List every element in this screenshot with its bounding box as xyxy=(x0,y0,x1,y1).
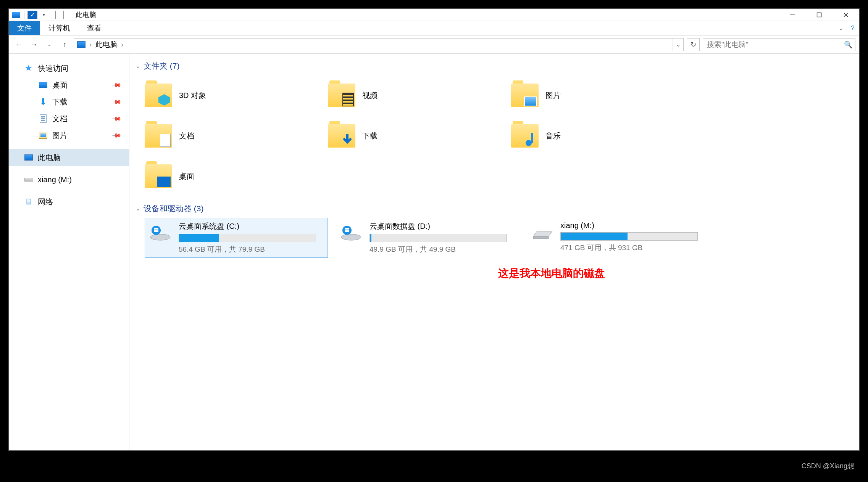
sidebar-mapped-drive[interactable]: xiang (M:) xyxy=(9,171,129,188)
folder-label: 视频 xyxy=(362,90,378,101)
drive-icon xyxy=(530,221,554,241)
section-title: 设备和驱动器 (3) xyxy=(144,203,204,214)
desktop-icon xyxy=(39,81,48,89)
tab-file[interactable]: 文件 xyxy=(9,21,40,35)
folder-icon xyxy=(145,164,172,188)
window-title: 此电脑 xyxy=(74,10,96,19)
ribbon-expand-icon[interactable]: ⌄ xyxy=(836,21,846,35)
folder-label: 音乐 xyxy=(545,131,561,141)
drive-c[interactable]: 云桌面系统盘 (C:) 56.4 GB 可用，共 79.9 GB xyxy=(145,218,328,258)
address-dropdown-icon[interactable]: ⌄ xyxy=(673,39,683,51)
drive-stats: 56.4 GB 可用，共 79.9 GB xyxy=(179,244,324,254)
nav-forward-button[interactable]: → xyxy=(28,39,40,51)
section-title: 文件夹 (7) xyxy=(144,61,180,71)
pin-icon: 📌 xyxy=(111,113,122,124)
minimize-button[interactable] xyxy=(779,9,806,21)
drives-section-header[interactable]: ⌄ 设备和驱动器 (3) xyxy=(136,203,853,214)
breadcrumb-root[interactable]: 此电脑 xyxy=(92,40,120,50)
qat-item[interactable] xyxy=(11,11,21,19)
svg-rect-10 xyxy=(154,230,158,232)
folder-3d-objects[interactable]: 3D 对象 xyxy=(145,75,328,116)
nav-recent-dropdown[interactable]: ⌄ xyxy=(43,39,55,51)
svg-point-5 xyxy=(526,140,532,146)
download-icon: ⬇ xyxy=(39,98,48,106)
drive-name: 云桌面系统盘 (C:) xyxy=(179,221,324,231)
svg-rect-13 xyxy=(345,228,349,230)
star-icon: ★ xyxy=(24,64,33,72)
sidebar-label: 文档 xyxy=(52,114,68,124)
folder-music[interactable]: 音乐 xyxy=(511,116,694,156)
sidebar-network[interactable]: 🖥 网络 xyxy=(9,193,129,210)
nav-back-button[interactable]: ← xyxy=(13,39,25,51)
capacity-bar xyxy=(179,234,316,242)
picture-icon xyxy=(39,131,48,140)
svg-rect-1 xyxy=(817,13,821,17)
pin-icon: 📌 xyxy=(111,80,122,90)
folder-documents[interactable]: 文档 xyxy=(145,116,328,156)
tab-view[interactable]: 查看 xyxy=(79,21,110,35)
chevron-down-icon: ⌄ xyxy=(136,63,140,69)
quick-access-toolbar: ✓ ▾ xyxy=(9,11,74,19)
content-pane: ⌄ 文件夹 (7) 3D 对象 视频 图片 xyxy=(129,54,859,450)
search-icon[interactable]: 🔍 xyxy=(841,40,855,49)
sidebar-label: 下载 xyxy=(52,97,68,107)
ribbon-tabs: 文件 计算机 查看 ⌄ ? xyxy=(9,21,859,35)
folder-icon xyxy=(145,124,172,148)
breadcrumb-sep-icon: › xyxy=(89,40,92,49)
svg-point-11 xyxy=(341,234,361,240)
navigation-row: ← → ⌄ ↑ › 此电脑 › ⌄ ↻ 🔍 xyxy=(9,35,859,54)
folder-downloads[interactable]: 下载 xyxy=(328,116,511,156)
drive-d[interactable]: 云桌面数据盘 (D:) 49.9 GB 可用，共 49.9 GB xyxy=(336,218,519,258)
sidebar-label: 快速访问 xyxy=(38,63,68,74)
folders-grid: 3D 对象 视频 图片 文档 xyxy=(145,75,853,196)
folder-label: 3D 对象 xyxy=(179,90,206,101)
annotation-text: 这是我本地电脑的磁盘 xyxy=(498,266,853,281)
folder-label: 桌面 xyxy=(179,171,194,182)
sidebar-item-downloads[interactable]: ⬇ 下载 📌 xyxy=(9,93,129,110)
drive-stats: 471 GB 可用，共 931 GB xyxy=(560,243,706,253)
svg-rect-14 xyxy=(345,230,349,232)
drive-icon xyxy=(339,221,363,241)
help-button[interactable]: ? xyxy=(846,21,859,35)
folder-label: 图片 xyxy=(545,90,561,101)
sidebar-label: 图片 xyxy=(52,130,68,141)
folder-videos[interactable]: 视频 xyxy=(328,75,511,116)
sidebar-quick-access[interactable]: ★ 快速访问 xyxy=(9,60,129,77)
svg-marker-4 xyxy=(158,94,170,106)
sidebar-item-documents[interactable]: 文档 📌 xyxy=(9,110,129,127)
chevron-down-icon: ⌄ xyxy=(136,205,140,212)
qat-checkbox[interactable]: ✓ xyxy=(27,11,37,19)
folder-icon xyxy=(145,84,172,107)
drive-m[interactable]: xiang (M:) 471 GB 可用，共 931 GB xyxy=(526,218,710,258)
sidebar-item-desktop[interactable]: 桌面 📌 xyxy=(9,77,129,93)
qat-dropdown[interactable]: ▾ xyxy=(39,11,49,19)
sidebar-label: 此电脑 xyxy=(38,153,61,163)
this-pc-icon xyxy=(77,41,86,48)
folder-icon xyxy=(511,124,539,148)
folder-desktop[interactable]: 桌面 xyxy=(145,156,328,196)
svg-rect-9 xyxy=(154,228,158,230)
search-box[interactable]: 🔍 xyxy=(703,38,855,51)
folder-pictures[interactable]: 图片 xyxy=(511,75,694,116)
sidebar-this-pc[interactable]: 此电脑 xyxy=(9,149,129,166)
folders-section-header[interactable]: ⌄ 文件夹 (7) xyxy=(136,61,853,71)
svg-rect-6 xyxy=(531,133,533,143)
capacity-bar xyxy=(369,234,507,242)
maximize-button[interactable] xyxy=(806,9,833,21)
document-icon xyxy=(39,114,48,123)
folder-icon xyxy=(511,84,539,107)
watermark: CSDN @Xiang想 xyxy=(802,461,854,471)
folder-label: 下载 xyxy=(362,131,378,141)
sidebar-item-pictures[interactable]: 图片 📌 xyxy=(9,127,129,144)
close-button[interactable] xyxy=(833,9,859,21)
breadcrumb-sep-icon: › xyxy=(120,40,124,49)
address-bar[interactable]: › 此电脑 › ⌄ xyxy=(74,38,684,51)
search-input[interactable] xyxy=(703,40,841,49)
svg-point-7 xyxy=(150,234,170,240)
sidebar-label: 网络 xyxy=(38,197,53,207)
folder-icon xyxy=(328,124,355,148)
drive-name: 云桌面数据盘 (D:) xyxy=(369,221,515,231)
tab-computer[interactable]: 计算机 xyxy=(40,21,79,35)
refresh-button[interactable]: ↻ xyxy=(687,38,700,51)
nav-up-button[interactable]: ↑ xyxy=(58,39,71,51)
